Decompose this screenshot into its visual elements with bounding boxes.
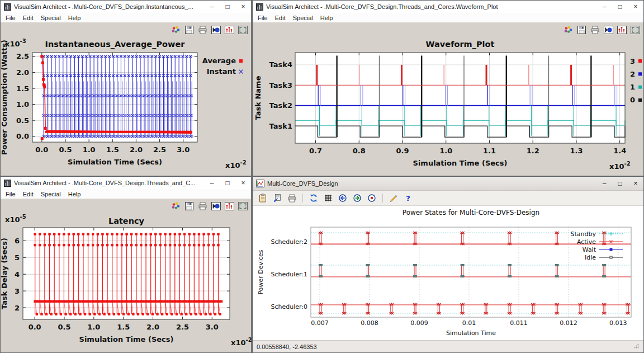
svg-text:0.7: 0.7 <box>309 147 322 155</box>
svg-text:3: 3 <box>630 57 635 65</box>
print-icon[interactable] <box>196 200 209 211</box>
svg-text:1.0: 1.0 <box>16 100 29 109</box>
palette-icon[interactable] <box>169 200 182 211</box>
plot-toolbar <box>253 22 643 37</box>
waveform-plot-chart[interactable]: 0.70.80.91.01.11.21.31.4Task4Task3Task2T… <box>253 37 643 177</box>
close-button[interactable]: × <box>235 1 251 13</box>
export-icon[interactable] <box>271 192 283 204</box>
refresh-icon[interactable] <box>307 192 320 204</box>
svg-text:0.0: 0.0 <box>16 132 29 140</box>
print-icon[interactable] <box>589 24 601 35</box>
svg-text:2.5: 2.5 <box>153 145 166 154</box>
titlebar[interactable]: VisualSim Architect - .Multi-Core_DVFS_D… <box>1 177 251 189</box>
svg-text:0.5: 0.5 <box>16 116 29 125</box>
instantaneous-average-power-chart[interactable]: 0.00.51.01.52.02.50.00.51.01.52.02.53.0I… <box>1 37 252 177</box>
svg-text:x10-2: x10-2 <box>609 161 631 171</box>
menu-edit[interactable]: Edit <box>23 15 34 21</box>
fullscreen-icon[interactable] <box>629 24 641 35</box>
minimize-button[interactable]: – <box>204 1 220 13</box>
close-button[interactable]: × <box>235 177 251 189</box>
svg-text:1.5: 1.5 <box>117 323 130 331</box>
titlebar[interactable]: Multi-Core_DVFS_Design – □ × <box>253 177 643 191</box>
menu-file[interactable]: File <box>258 15 268 21</box>
svg-text:x10-2: x10-2 <box>225 159 247 170</box>
close-button[interactable]: × <box>628 177 643 190</box>
plot-format-icon[interactable] <box>615 24 628 35</box>
svg-text:Idle: Idle <box>585 254 596 261</box>
close-button[interactable]: × <box>628 1 643 13</box>
reset-view-icon[interactable] <box>210 24 222 35</box>
svg-text:?: ? <box>406 194 410 203</box>
svg-text:Simulation Time (Secs): Simulation Time (Secs) <box>68 158 162 166</box>
resize-grip-icon[interactable] <box>633 343 640 350</box>
svg-text:1.5: 1.5 <box>106 145 119 154</box>
print-icon[interactable] <box>196 24 209 35</box>
print-icon[interactable] <box>286 192 298 204</box>
clipboard-icon[interactable] <box>257 192 269 204</box>
svg-text:1.0: 1.0 <box>87 323 100 331</box>
maximize-button[interactable]: □ <box>612 177 628 190</box>
fullscreen-icon[interactable] <box>236 200 249 211</box>
toolbar-separator <box>302 194 303 203</box>
plot-toolbar <box>1 22 251 37</box>
menu-edit[interactable]: Edit <box>275 15 286 21</box>
svg-text:Latency: Latency <box>108 216 145 225</box>
zoom-out-icon[interactable] <box>351 192 363 204</box>
svg-text:Task3: Task3 <box>269 81 292 90</box>
minimize-button[interactable]: – <box>204 177 220 189</box>
svg-text:0.5: 0.5 <box>58 323 70 331</box>
svg-text:Power States for Multi-Core-DV: Power States for Multi-Core-DVFS-Design <box>402 209 539 216</box>
grid-icon[interactable] <box>322 192 334 204</box>
minimize-button[interactable]: – <box>596 177 612 190</box>
menu-edit[interactable]: Edit <box>23 191 34 197</box>
reset-view-icon[interactable] <box>210 200 222 211</box>
zoom-fit-icon[interactable] <box>366 192 378 204</box>
menu-file[interactable]: File <box>6 191 16 197</box>
plot-format-icon[interactable] <box>223 200 235 211</box>
save-icon[interactable] <box>575 24 588 35</box>
titlebar[interactable]: VisualSim Architect - .Multi-Core_DVFS_D… <box>1 1 251 13</box>
maximize-button[interactable]: □ <box>220 1 235 13</box>
visualsim-app-icon <box>4 180 11 187</box>
menu-file[interactable]: File <box>6 15 16 21</box>
window-waveform-plot: VisualSim Architect - .Multi-Core_DVFS_D… <box>252 0 644 176</box>
plot-format-icon[interactable] <box>223 24 235 35</box>
menu-help[interactable]: Help <box>68 191 81 197</box>
maximize-button[interactable]: □ <box>220 177 235 189</box>
save-icon[interactable] <box>183 24 195 35</box>
reset-view-icon[interactable] <box>602 24 614 35</box>
menu-help[interactable]: Help <box>68 15 81 21</box>
svg-text:Task Name: Task Name <box>254 76 262 120</box>
svg-text:1.0: 1.0 <box>439 147 452 155</box>
titlebar[interactable]: VisualSim Architect - .Multi-Core_DVFS_D… <box>253 1 643 13</box>
svg-text:0.009: 0.009 <box>410 319 428 327</box>
svg-text:0.5: 0.5 <box>59 145 72 154</box>
palette-icon[interactable] <box>562 24 574 35</box>
menu-special[interactable]: Special <box>293 15 313 21</box>
palette-icon[interactable] <box>169 24 182 35</box>
svg-text:Task4: Task4 <box>269 60 292 69</box>
window-title: VisualSim Architect - .Multi-Core_DVFS_D… <box>266 3 594 10</box>
svg-text:Waveform_Plot: Waveform_Plot <box>426 40 495 49</box>
menu-special[interactable]: Special <box>41 15 61 21</box>
svg-text:1.0: 1.0 <box>83 145 96 154</box>
save-icon[interactable] <box>183 200 195 211</box>
power-states-chart[interactable]: 0.0070.0080.0090.010.0110.0120.013Schedu… <box>253 206 643 340</box>
svg-text:2.0: 2.0 <box>130 145 143 154</box>
svg-text:0: 0 <box>630 96 635 104</box>
maximize-button[interactable]: □ <box>612 1 628 13</box>
help-icon[interactable]: ? <box>402 192 414 204</box>
zoom-in-icon[interactable] <box>337 192 349 204</box>
svg-text:2.5: 2.5 <box>16 52 29 60</box>
edit-icon[interactable] <box>387 192 400 204</box>
minimize-button[interactable]: – <box>596 1 612 13</box>
menu-help[interactable]: Help <box>320 15 333 21</box>
fullscreen-icon[interactable] <box>236 24 249 35</box>
svg-text:4: 4 <box>15 270 20 279</box>
svg-text:Task2: Task2 <box>269 101 292 110</box>
menu-special[interactable]: Special <box>41 191 61 197</box>
svg-text:0.01: 0.01 <box>462 319 476 327</box>
plot-toolbar <box>1 199 251 213</box>
svg-text:1.2: 1.2 <box>527 147 539 155</box>
latency-chart[interactable]: 234560.00.51.01.52.02.53.0Latencyx10-5Ta… <box>1 213 252 353</box>
